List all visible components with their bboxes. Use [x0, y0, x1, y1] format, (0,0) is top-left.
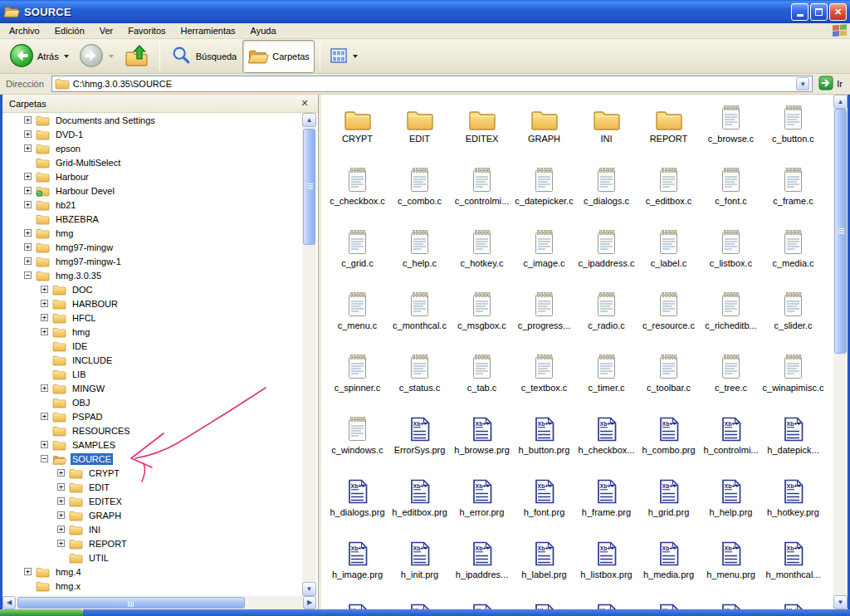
- plus-expander-icon[interactable]: +: [41, 300, 48, 307]
- menu-item-ayuda[interactable]: Ayuda: [243, 24, 284, 37]
- files-scroll-thumb[interactable]: [834, 109, 847, 354]
- tree-item-hmg[interactable]: +hmg: [2, 325, 303, 339]
- file-c-frame.c[interactable]: c_frame.c: [762, 160, 824, 222]
- tree-item-pspad[interactable]: +PSPAD: [2, 409, 303, 423]
- plus-expander-icon[interactable]: +: [24, 116, 32, 124]
- tree-item-graph[interactable]: +GRAPH: [2, 508, 303, 522]
- tree-item-edit[interactable]: +EDIT: [2, 480, 303, 494]
- file-h-help.prg[interactable]: Xb++h_help.prg: [700, 472, 762, 534]
- menu-item-herramientas[interactable]: Herramientas: [173, 24, 243, 37]
- file-c-textbox.c[interactable]: c_textbox.c: [513, 347, 575, 409]
- tree-item-samples[interactable]: +SAMPLES: [2, 438, 303, 452]
- scroll-right-arrow[interactable]: ▶: [303, 596, 316, 609]
- back-button[interactable]: Atrás: [5, 42, 73, 71]
- plus-expander-icon[interactable]: +: [24, 187, 32, 194]
- menu-item-ver[interactable]: Ver: [92, 24, 121, 37]
- file-h-browse.prg[interactable]: Xb++h_browse.prg: [451, 409, 513, 472]
- file-c-font.c[interactable]: c_font.c: [700, 160, 762, 222]
- file-h-ipaddres...[interactable]: Xb++h_ipaddres...: [451, 534, 513, 596]
- close-folders-panel-button[interactable]: ✕: [298, 97, 311, 110]
- address-dropdown-icon[interactable]: ▼: [796, 77, 809, 90]
- minimize-button[interactable]: [791, 3, 808, 21]
- tree-item-util[interactable]: UTIL: [2, 550, 303, 565]
- tree-scroll-thumb[interactable]: [303, 129, 315, 245]
- restore-button[interactable]: [810, 3, 828, 21]
- scroll-down-arrow[interactable]: ▼: [833, 595, 848, 609]
- tree-item-harbour[interactable]: +HARBOUR: [2, 296, 303, 310]
- tree-vertical-scrollbar[interactable]: ▲ ▼: [302, 113, 316, 596]
- tree-item-lib[interactable]: LIB: [2, 367, 303, 381]
- file-edit[interactable]: EDIT: [388, 98, 451, 160]
- file-c-windows.c[interactable]: c_windows.c: [326, 409, 388, 472]
- search-button[interactable]: Búsqueda: [165, 42, 242, 71]
- tree-item-dvd-1[interactable]: +DVD-1: [2, 127, 303, 141]
- file-h-error.prg[interactable]: Xb++h_error.prg: [451, 472, 513, 534]
- tree-item-harbour-devel[interactable]: +Harbour Devel: [2, 183, 303, 198]
- tree-hscroll-thumb[interactable]: [17, 597, 245, 609]
- plus-expander-icon[interactable]: +: [24, 201, 32, 208]
- file-graph[interactable]: GRAPH: [513, 98, 575, 160]
- tree-item-resources[interactable]: RESOURCES: [2, 423, 303, 438]
- plus-expander-icon[interactable]: +: [24, 243, 32, 251]
- scroll-up-arrow[interactable]: ▲: [302, 113, 316, 127]
- plus-expander-icon[interactable]: +: [41, 314, 48, 321]
- file-c-toolbar.c[interactable]: c_toolbar.c: [638, 347, 700, 409]
- up-button[interactable]: [120, 42, 154, 71]
- tree-item-epson[interactable]: +epson: [2, 141, 303, 155]
- file-partial[interactable]: Xb++: [762, 596, 824, 609]
- file-c-tree.c[interactable]: c_tree.c: [700, 347, 762, 409]
- file-h-editbox.prg[interactable]: Xb++h_editbox.prg: [388, 472, 451, 534]
- folders-button[interactable]: Carpetas: [242, 40, 315, 73]
- file-h-media.prg[interactable]: Xb++h_media.prg: [638, 534, 700, 596]
- plus-expander-icon[interactable]: +: [24, 144, 32, 152]
- file-c-help.c[interactable]: c_help.c: [388, 222, 451, 285]
- scroll-down-arrow[interactable]: ▼: [302, 582, 316, 596]
- plus-expander-icon[interactable]: +: [24, 173, 32, 180]
- file-h-monthcal...[interactable]: Xb++h_monthcal...: [762, 534, 824, 596]
- go-button[interactable]: Ir: [817, 76, 848, 92]
- file-c-monthcal.c[interactable]: c_monthcal.c: [388, 285, 451, 347]
- tree-item-ide[interactable]: IDE: [2, 339, 303, 353]
- tree-item-harbour[interactable]: +Harbour: [2, 169, 303, 183]
- tree-item-hmg.3.0.35[interactable]: −hmg.3.0.35: [2, 268, 303, 282]
- tree-item-hmg.x[interactable]: hmg.x: [2, 579, 303, 593]
- file-h-dialogs.prg[interactable]: Xb++h_dialogs.prg: [326, 472, 388, 534]
- minus-expander-icon[interactable]: −: [24, 271, 32, 279]
- tree-item-hmg97-mingw[interactable]: +hmg97-mingw: [2, 240, 303, 254]
- tree-item-obj[interactable]: OBJ: [2, 395, 303, 409]
- file-c-button.c[interactable]: c_button.c: [762, 98, 824, 160]
- file-c-image.c[interactable]: c_image.c: [513, 222, 575, 285]
- file-c-editbox.c[interactable]: c_editbox.c: [638, 160, 700, 222]
- file-partial[interactable]: Xb++: [388, 596, 451, 609]
- file-c-radio.c[interactable]: c_radio.c: [575, 285, 638, 347]
- file-h-listbox.prg[interactable]: Xb++h_listbox.prg: [575, 534, 638, 596]
- plus-expander-icon[interactable]: +: [41, 441, 48, 448]
- file-c-listbox.c[interactable]: c_listbox.c: [700, 222, 762, 285]
- file-c-slider.c[interactable]: c_slider.c: [762, 285, 824, 347]
- close-button[interactable]: ✕: [829, 3, 847, 21]
- file-editex[interactable]: EDITEX: [451, 98, 513, 160]
- address-input[interactable]: C:\hmg.3.0.35\SOURCE ▼: [51, 76, 813, 92]
- tree-item-hbzebra[interactable]: HBZEBRA: [2, 212, 303, 226]
- plus-expander-icon[interactable]: +: [57, 483, 65, 491]
- file-h-combo.prg[interactable]: Xb++h_combo.prg: [638, 409, 700, 472]
- plus-expander-icon[interactable]: +: [24, 257, 32, 265]
- plus-expander-icon[interactable]: +: [41, 328, 48, 335]
- file-c-checkbox.c[interactable]: c_checkbox.c: [326, 160, 388, 222]
- file-c-datepicker.c[interactable]: c_datepicker.c: [513, 160, 575, 222]
- plus-expander-icon[interactable]: +: [57, 497, 65, 505]
- tree-item-mingw[interactable]: +MINGW: [2, 381, 303, 395]
- files-vertical-scrollbar[interactable]: ▲ ▼: [833, 95, 848, 609]
- plus-expander-icon[interactable]: +: [24, 130, 32, 138]
- file-h-checkbox...[interactable]: Xb++h_checkbox...: [575, 409, 638, 472]
- file-c-ipaddress.c[interactable]: c_ipaddress.c: [575, 222, 638, 285]
- tree-item-hfcl[interactable]: +HFCL: [2, 310, 303, 325]
- file-partial[interactable]: Xb++: [513, 596, 575, 609]
- file-h-font.prg[interactable]: Xb++h_font.prg: [513, 472, 575, 534]
- menu-item-favoritos[interactable]: Favoritos: [120, 24, 173, 37]
- file-h-init.prg[interactable]: Xb++h_init.prg: [388, 534, 451, 596]
- plus-expander-icon[interactable]: +: [57, 469, 65, 477]
- tree-item-doc[interactable]: +DOC: [2, 282, 303, 296]
- file-h-frame.prg[interactable]: Xb++h_frame.prg: [575, 472, 638, 534]
- file-partial[interactable]: Xb++: [700, 596, 762, 609]
